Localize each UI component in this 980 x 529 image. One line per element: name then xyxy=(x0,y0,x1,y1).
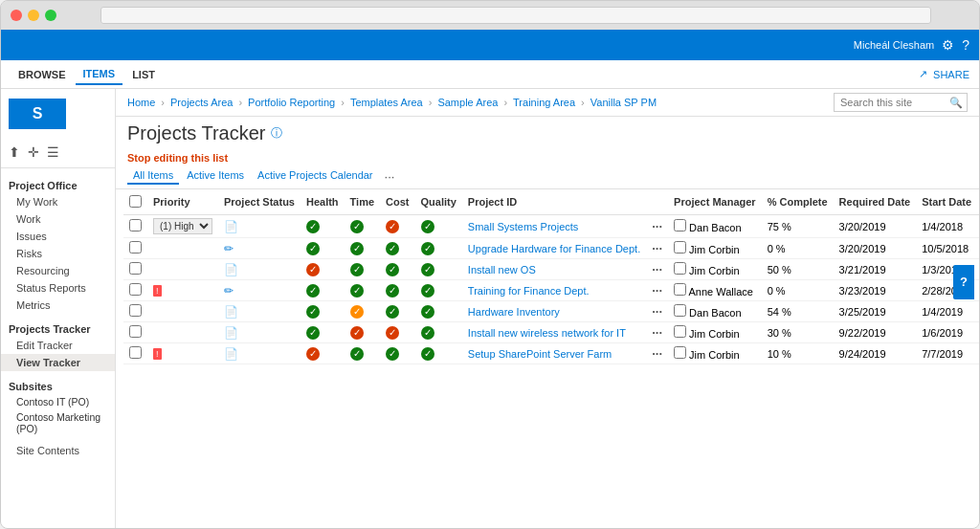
cell-quality: ✓ xyxy=(415,322,462,343)
breadcrumb-portfolio[interactable]: Portfolio Reporting xyxy=(248,97,335,108)
green-status-icon: ✓ xyxy=(386,242,399,255)
cell-check[interactable] xyxy=(123,215,147,238)
col-status[interactable]: Project Status xyxy=(218,189,301,215)
col-finish[interactable]: Finish Date xyxy=(977,189,979,215)
cell-project-id[interactable]: Training for Finance Dept. xyxy=(462,280,646,301)
priority-select[interactable]: (1) High xyxy=(153,218,212,234)
cell-check[interactable] xyxy=(123,343,147,364)
pm-checkbox[interactable] xyxy=(674,346,686,359)
cell-check[interactable] xyxy=(123,301,147,322)
tab-calendar[interactable]: Active Projects Calendar xyxy=(252,167,378,185)
cell-cost: ✓ xyxy=(380,280,414,301)
sidebar-item-status[interactable]: Status Reports xyxy=(1,279,115,297)
pm-checkbox[interactable] xyxy=(674,219,686,231)
breadcrumb-sample[interactable]: Sample Area xyxy=(437,97,498,108)
cell-health: ✓ xyxy=(301,343,345,364)
breadcrumb-vanilla[interactable]: Vanilla SP PM xyxy=(590,97,657,108)
cell-check[interactable] xyxy=(123,259,147,280)
cell-req-date: 9/24/2019 xyxy=(834,343,917,364)
cell-pct: 0 % xyxy=(762,280,834,301)
red-status-icon: ✓ xyxy=(386,220,399,233)
cell-quality: ✓ xyxy=(415,238,462,259)
share-area[interactable]: ↗ SHARE xyxy=(919,68,969,80)
cell-ellipsis[interactable]: ··· xyxy=(646,343,668,364)
cell-ellipsis[interactable]: ··· xyxy=(646,301,668,322)
col-health[interactable]: Health xyxy=(301,189,345,215)
col-req-date[interactable]: Required Date xyxy=(834,189,917,215)
cell-check[interactable] xyxy=(123,238,147,259)
stop-editing-link[interactable]: Stop editing this list xyxy=(127,152,968,164)
breadcrumb-templates[interactable]: Templates Area xyxy=(350,97,423,108)
cell-ellipsis[interactable]: ··· xyxy=(646,238,668,259)
settings-icon[interactable]: ⚙ xyxy=(942,37,954,53)
sidebar-item-view-tracker[interactable]: View Tracker xyxy=(1,354,115,371)
list-icon[interactable]: ☰ xyxy=(47,144,59,160)
maximize-button[interactable] xyxy=(45,10,56,21)
pm-checkbox[interactable] xyxy=(674,325,686,338)
sidebar-item-contoso-mkt[interactable]: Contoso Marketing (PO) xyxy=(1,409,115,436)
sidebar-item-site-contents[interactable]: Site Contents xyxy=(1,442,115,459)
cell-project-id[interactable]: Upgrade Hardware for Finance Dept. xyxy=(462,238,646,259)
breadcrumb-training[interactable]: Training Area xyxy=(513,97,575,108)
cell-project-id[interactable]: Small Systems Projects xyxy=(462,215,646,238)
sidebar-item-issues[interactable]: Issues xyxy=(1,228,115,245)
table-row: 📄 ✓ ✓ ✓ ✓ Install new OS ··· Jim Corbin … xyxy=(123,259,979,280)
col-time[interactable]: Time xyxy=(345,189,380,215)
edit-icon: ✏ xyxy=(224,284,234,298)
tab-all-items[interactable]: All Items xyxy=(127,167,179,185)
col-project-id[interactable]: Project ID xyxy=(462,189,646,215)
sp-logo[interactable]: S xyxy=(9,99,66,129)
info-icon[interactable]: ⓘ xyxy=(271,125,282,142)
cell-project-id[interactable]: Hardware Inventory xyxy=(462,301,646,322)
col-pct[interactable]: % Complete xyxy=(762,189,834,215)
tab-more-icon[interactable]: ··· xyxy=(381,169,399,184)
select-all-checkbox[interactable] xyxy=(129,195,142,208)
minimize-button[interactable] xyxy=(28,10,39,21)
sidebar-item-work[interactable]: Work xyxy=(1,210,115,228)
help-button[interactable]: ? xyxy=(953,265,974,299)
cell-ellipsis[interactable]: ··· xyxy=(646,259,668,280)
sidebar-item-mywork[interactable]: My Work xyxy=(1,193,115,210)
red-status-icon: ✓ xyxy=(350,326,364,340)
sidebar-item-edit-tracker[interactable]: Edit Tracker xyxy=(1,337,115,354)
help-icon[interactable]: ? xyxy=(962,37,969,53)
search-box[interactable]: 🔍 xyxy=(834,93,968,112)
col-pm[interactable]: Project Manager xyxy=(668,189,762,215)
search-input[interactable] xyxy=(840,97,946,108)
pm-checkbox[interactable] xyxy=(674,241,686,253)
col-quality[interactable]: Quality xyxy=(415,189,462,215)
address-bar[interactable] xyxy=(100,7,931,24)
breadcrumb-projects-area[interactable]: Projects Area xyxy=(170,97,233,108)
tab-active-items[interactable]: Active Items xyxy=(181,167,250,185)
col-cost[interactable]: Cost xyxy=(380,189,414,215)
breadcrumb-home[interactable]: Home xyxy=(127,97,155,108)
sidebar-item-risks[interactable]: Risks xyxy=(1,245,115,262)
pm-checkbox[interactable] xyxy=(674,283,686,296)
pm-checkbox[interactable] xyxy=(674,262,686,275)
cell-check[interactable] xyxy=(123,322,147,343)
sidebar-item-contoso-it[interactable]: Contoso IT (PO) xyxy=(1,394,115,409)
cell-check[interactable] xyxy=(123,280,147,301)
nav-items[interactable]: ITEMS xyxy=(76,64,123,85)
cell-ellipsis[interactable]: ··· xyxy=(646,215,668,238)
cell-status: 📄 xyxy=(218,259,301,280)
close-button[interactable] xyxy=(11,10,22,21)
cell-project-id[interactable]: Install new OS xyxy=(462,259,646,280)
col-start[interactable]: Start Date xyxy=(916,189,977,215)
sidebar-item-resourcing[interactable]: Resourcing xyxy=(1,262,115,279)
upload-icon[interactable]: ⬆ xyxy=(9,144,20,160)
search-icon[interactable]: 🔍 xyxy=(949,97,963,109)
nav-browse[interactable]: BROWSE xyxy=(11,65,74,84)
col-priority[interactable]: Priority xyxy=(147,189,218,215)
cell-project-id[interactable]: Install new wireless network for IT xyxy=(462,322,646,343)
move-icon[interactable]: ✛ xyxy=(28,144,39,160)
cell-status: ✏ xyxy=(218,238,301,259)
cell-ellipsis[interactable]: ··· xyxy=(646,280,668,301)
cell-ellipsis[interactable]: ··· xyxy=(646,322,668,343)
nav-list[interactable]: LIST xyxy=(124,65,163,84)
col-check[interactable] xyxy=(123,189,147,215)
cell-project-id[interactable]: Setup SharePoint Server Farm xyxy=(462,343,646,364)
green-status-icon: ✓ xyxy=(350,347,364,361)
sidebar-item-metrics[interactable]: Metrics xyxy=(1,297,115,314)
pm-checkbox[interactable] xyxy=(674,304,686,317)
